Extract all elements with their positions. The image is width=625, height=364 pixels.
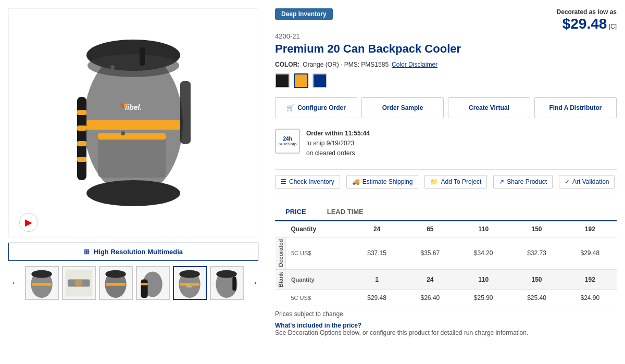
create-virtual-label: Create Virtual (469, 104, 509, 111)
svg-rect-3 (86, 120, 180, 130)
decorated-price-label: 5C US$ (286, 237, 351, 270)
shipping-condition: on cleared orders (306, 148, 370, 158)
blank-qty-24: 24 (404, 270, 457, 290)
svg-rect-18 (180, 81, 191, 144)
configure-order-button[interactable]: 🛒 Configure Order (275, 97, 357, 118)
price-amount-row: $29.48 [C] (557, 16, 617, 32)
price-amount: $29.48 (562, 16, 607, 32)
thumbnail-2[interactable] (62, 266, 96, 300)
blank-qty-label: Quantity (286, 270, 351, 290)
tab-lead-time[interactable]: LEAD TIME (317, 204, 374, 220)
decorated-section-label: Decorated (275, 237, 286, 270)
svg-rect-27 (106, 283, 126, 286)
order-sample-label: Order Sample (382, 104, 423, 111)
svg-rect-10 (77, 141, 86, 146)
svg-rect-21 (32, 283, 52, 286)
thumbnail-5[interactable]: fibel. (173, 266, 207, 300)
shipping-time: Order within 11:55:44 (306, 130, 370, 137)
svg-rect-8 (77, 110, 86, 115)
svg-rect-12 (140, 47, 145, 66)
thumbnail-1[interactable] (25, 266, 59, 300)
tab-price[interactable]: PRICE (275, 204, 317, 221)
shipping-row: 24h SureShip Order within 11:55:44 to sh… (275, 129, 617, 159)
color-disclaimer-link[interactable]: Color Disclaimer (392, 61, 438, 68)
next-thumbnail-arrow[interactable]: → (247, 275, 260, 291)
color-value: Orange (OR) · PMS: PMS1585 (303, 61, 389, 68)
sureship-icon: 24h SureShip (275, 129, 300, 154)
top-price-row: Deep Inventory Decorated as low as $29.4… (275, 8, 617, 32)
price-table: Quantity 24 65 110 150 192 Decorated 5C … (275, 221, 617, 307)
svg-point-2 (86, 180, 180, 206)
add-to-project-link[interactable]: 📁 Add To Project (424, 175, 487, 189)
art-validation-label: Art Validation (572, 178, 609, 185)
check-inventory-icon: ☰ (281, 178, 286, 185)
blank-price-label: 5C US$ (286, 290, 351, 306)
blank-price-row: 5C US$ $29.48 $26.40 $25.90 $25.40 $24.9… (275, 290, 617, 306)
create-virtual-button[interactable]: Create Virtual (448, 97, 530, 118)
swatch-orange[interactable] (294, 73, 308, 88)
svg-rect-37 (232, 277, 236, 291)
svg-point-36 (216, 270, 236, 278)
prev-thumbnail-arrow[interactable]: ← (8, 275, 22, 291)
qty-110-header: 110 (457, 221, 510, 237)
svg-point-4 (88, 54, 179, 77)
art-validation-link[interactable]: ✓ Art Validation (559, 175, 615, 189)
thumbnail-4[interactable] (136, 266, 170, 300)
sureship-label: SureShip (278, 142, 296, 146)
qty-65-header: 65 (404, 221, 457, 237)
svg-point-20 (31, 270, 52, 278)
row-section-header (275, 221, 286, 237)
multimedia-button[interactable]: ⊞ High Resolution Multimedia (8, 243, 258, 261)
price-tabs: PRICE LEAD TIME (275, 204, 617, 221)
multimedia-grid-icon: ⊞ (84, 248, 90, 256)
color-swatches (275, 73, 617, 88)
blank-qty-192: 192 (564, 270, 617, 290)
configure-order-label: Configure Order (297, 104, 346, 111)
thumbnail-strip: ← fibel. → (8, 266, 258, 300)
estimate-shipping-link[interactable]: 🚚 Estimate Shipping (346, 175, 419, 189)
included-desc: See Decoration Options below, or configu… (275, 329, 617, 336)
product-id: 4200-21 (275, 32, 617, 40)
check-inventory-label: Check Inventory (289, 178, 334, 185)
blank-price-110: $25.90 (457, 290, 510, 306)
svg-text:fibel.: fibel. (186, 285, 193, 288)
swatch-black[interactable] (275, 73, 290, 88)
find-distributor-button[interactable]: Find A Distributor (534, 97, 617, 118)
thumbnail-3[interactable] (99, 266, 133, 300)
svg-rect-7 (77, 97, 86, 180)
check-inventory-link[interactable]: ☰ Check Inventory (275, 175, 340, 189)
deep-inventory-badge: Deep Inventory (275, 8, 333, 20)
svg-point-26 (105, 270, 126, 278)
decorated-price-24: $37.15 (350, 237, 403, 270)
product-title: Premium 20 Can Backpack Cooler (275, 42, 617, 56)
svg-point-24 (75, 279, 83, 287)
decorated-price-row: Decorated 5C US$ $37.15 $35.67 $34.20 $3… (275, 237, 617, 270)
left-panel: fibel. ▶ ⊞ High Resolution Multimedia ← (8, 8, 258, 336)
multimedia-label: High Resolution Multimedia (94, 248, 183, 256)
thumbnail-6[interactable] (210, 266, 244, 300)
svg-rect-30 (141, 283, 148, 285)
blank-price-empty (275, 290, 286, 306)
blank-price-1: $29.48 (350, 290, 403, 306)
order-sample-button[interactable]: Order Sample (361, 97, 444, 118)
video-icon[interactable]: ▶ (19, 213, 38, 232)
estimate-shipping-label: Estimate Shipping (362, 178, 413, 185)
svg-rect-29 (141, 279, 148, 298)
svg-point-13 (110, 65, 115, 69)
shipping-text: Order within 11:55:44 to ship 9/19/2023 … (306, 129, 370, 159)
share-product-link[interactable]: ↗ Share Product (493, 175, 553, 189)
top-price: Decorated as low as $29.48 [C] (557, 8, 617, 32)
qty-150-header: 150 (510, 221, 563, 237)
svg-rect-9 (77, 125, 86, 131)
svg-rect-5 (98, 133, 166, 178)
blank-qty-150: 150 (510, 270, 563, 290)
decorated-price-192: $29.48 (564, 237, 617, 270)
action-buttons: 🛒 Configure Order Order Sample Create Vi… (275, 97, 617, 118)
svg-rect-6 (98, 133, 166, 140)
included-label: What's included in the price? (275, 322, 617, 329)
blank-price-24: $26.40 (404, 290, 457, 306)
svg-rect-11 (77, 157, 86, 162)
decorated-price-150: $32.73 (510, 237, 563, 270)
qty-24-header: 24 (350, 221, 403, 237)
swatch-blue[interactable] (312, 73, 327, 88)
